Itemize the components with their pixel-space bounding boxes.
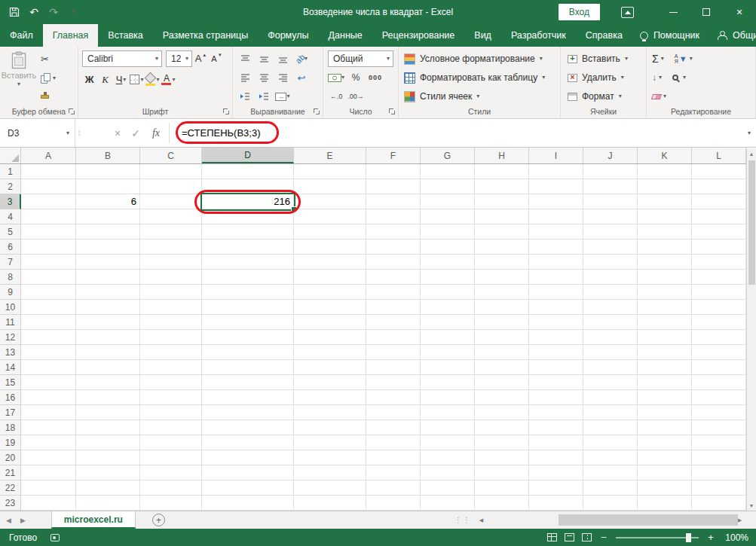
- cell-E22[interactable]: [294, 480, 366, 496]
- cell-I5[interactable]: [529, 224, 583, 239]
- row-header-4[interactable]: 4: [0, 209, 21, 224]
- row-header-5[interactable]: 5: [0, 224, 21, 239]
- cell-K15[interactable]: [638, 375, 692, 390]
- cell-D13[interactable]: [202, 345, 294, 360]
- horizontal-scrollbar[interactable]: ◀ ▶: [476, 511, 756, 529]
- cell-B14[interactable]: [76, 360, 140, 375]
- cell-D22[interactable]: [202, 480, 294, 496]
- cell-J23[interactable]: [583, 496, 638, 511]
- cell-C5[interactable]: [140, 224, 202, 239]
- align-middle-button[interactable]: [256, 51, 272, 66]
- cell-B4[interactable]: [76, 209, 140, 224]
- tab-insert[interactable]: Вставка: [98, 24, 152, 47]
- zoom-slider-thumb[interactable]: [686, 533, 691, 542]
- cell-I17[interactable]: [529, 405, 583, 420]
- customize-qat-button[interactable]: ▾: [63, 0, 83, 24]
- formula-input[interactable]: =СТЕПЕНЬ(B3;3): [174, 119, 261, 147]
- cell-F18[interactable]: [366, 420, 421, 435]
- cell-B3[interactable]: 6: [76, 194, 140, 209]
- insert-cells-button[interactable]: + Вставить ▾: [568, 50, 639, 67]
- cell-G1[interactable]: [421, 164, 475, 179]
- cell-E23[interactable]: [294, 496, 366, 511]
- cell-J15[interactable]: [583, 375, 638, 390]
- column-header-I[interactable]: I: [529, 148, 583, 163]
- align-top-button[interactable]: [237, 51, 253, 66]
- cell-E16[interactable]: [294, 390, 366, 405]
- column-header-A[interactable]: A: [21, 148, 76, 163]
- cell-C14[interactable]: [140, 360, 202, 375]
- merge-center-button[interactable]: ↔▾: [274, 89, 291, 104]
- horizontal-scrollbar-thumb[interactable]: [559, 514, 738, 526]
- cell-I14[interactable]: [529, 360, 583, 375]
- cell-D14[interactable]: [202, 360, 294, 375]
- cell-H2[interactable]: [475, 179, 529, 194]
- cell-C2[interactable]: [140, 179, 202, 194]
- borders-button[interactable]: ▾: [130, 72, 144, 88]
- cell-G17[interactable]: [421, 405, 475, 420]
- cell-F23[interactable]: [366, 496, 421, 511]
- cell-B16[interactable]: [76, 390, 140, 405]
- cell-C6[interactable]: [140, 239, 202, 255]
- assistant-button[interactable]: Помощник: [632, 24, 707, 47]
- cell-L22[interactable]: [692, 480, 746, 496]
- cell-G18[interactable]: [421, 420, 475, 435]
- cell-K5[interactable]: [638, 224, 692, 239]
- cell-G14[interactable]: [421, 360, 475, 375]
- cell-C3[interactable]: [140, 194, 202, 209]
- cell-G23[interactable]: [421, 496, 475, 511]
- cell-L8[interactable]: [692, 270, 746, 285]
- cell-L10[interactable]: [692, 300, 746, 315]
- cell-G3[interactable]: [421, 194, 475, 209]
- row-header-22[interactable]: 22: [0, 480, 21, 496]
- cell-F1[interactable]: [366, 164, 421, 179]
- tab-page-layout[interactable]: Разметка страницы: [153, 24, 258, 47]
- cell-I11[interactable]: [529, 315, 583, 330]
- cut-button[interactable]: ✂: [37, 50, 60, 69]
- cell-E3[interactable]: [294, 194, 366, 209]
- cell-K17[interactable]: [638, 405, 692, 420]
- decrease-indent-button[interactable]: [237, 89, 253, 104]
- cell-G4[interactable]: [421, 209, 475, 224]
- cell-C19[interactable]: [140, 435, 202, 450]
- cell-B20[interactable]: [76, 450, 140, 465]
- cell-B15[interactable]: [76, 375, 140, 390]
- cell-A4[interactable]: [21, 209, 76, 224]
- sheet-nav-left-icon[interactable]: ◀: [6, 517, 11, 524]
- cell-E1[interactable]: [294, 164, 366, 179]
- row-header-14[interactable]: 14: [0, 360, 21, 375]
- save-button[interactable]: [5, 0, 24, 24]
- cell-H23[interactable]: [475, 496, 529, 511]
- cell-E18[interactable]: [294, 420, 366, 435]
- row-header-17[interactable]: 17: [0, 405, 21, 420]
- view-page-break-icon[interactable]: [582, 533, 592, 541]
- cell-A5[interactable]: [21, 224, 76, 239]
- cell-L1[interactable]: [692, 164, 746, 179]
- cell-H18[interactable]: [475, 420, 529, 435]
- cell-F3[interactable]: [366, 194, 421, 209]
- cell-B2[interactable]: [76, 179, 140, 194]
- autosum-button[interactable]: Σ▾: [652, 53, 664, 65]
- cell-A16[interactable]: [21, 390, 76, 405]
- cell-K20[interactable]: [638, 450, 692, 465]
- cell-E6[interactable]: [294, 239, 366, 255]
- cell-F19[interactable]: [366, 435, 421, 450]
- cell-E17[interactable]: [294, 405, 366, 420]
- cell-K11[interactable]: [638, 315, 692, 330]
- scroll-up-icon[interactable]: ▲: [747, 148, 756, 159]
- cell-A1[interactable]: [21, 164, 76, 179]
- row-header-23[interactable]: 23: [0, 496, 21, 511]
- cell-E15[interactable]: [294, 375, 366, 390]
- cell-C23[interactable]: [140, 496, 202, 511]
- font-color-button[interactable]: А ▾: [161, 72, 176, 88]
- cell-E20[interactable]: [294, 450, 366, 465]
- cell-E13[interactable]: [294, 345, 366, 360]
- cell-J2[interactable]: [583, 179, 638, 194]
- cell-G19[interactable]: [421, 435, 475, 450]
- cell-A23[interactable]: [21, 496, 76, 511]
- format-cells-button[interactable]: Формат ▾: [568, 88, 639, 105]
- cell-H19[interactable]: [475, 435, 529, 450]
- cell-A2[interactable]: [21, 179, 76, 194]
- cell-A12[interactable]: [21, 330, 76, 345]
- cell-H8[interactable]: [475, 270, 529, 285]
- align-center-button[interactable]: [256, 70, 272, 85]
